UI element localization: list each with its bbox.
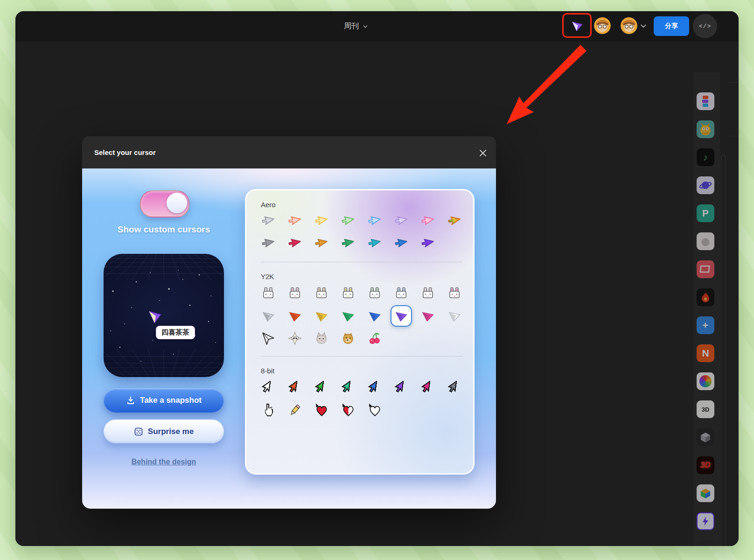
starfield-graphic — [104, 254, 224, 377]
scrollbar[interactable] — [721, 155, 726, 546]
cursor-option-plane-green[interactable] — [335, 305, 361, 327]
plugin-icon-list: ♪P+N3D3D — [697, 92, 716, 546]
cursor-option-pixel-green[interactable] — [308, 377, 335, 399]
p-plugin-icon[interactable]: P — [697, 204, 714, 222]
custom-cursors-toggle[interactable] — [140, 190, 189, 217]
cursor-option-bunny-palepink[interactable] — [414, 282, 441, 305]
cursor-option-heart-empty[interactable] — [361, 399, 388, 421]
cursor-option-plane-silver[interactable] — [255, 305, 281, 327]
download-icon — [126, 396, 135, 405]
cursor-option-bunny-pink[interactable] — [281, 282, 308, 305]
cursor-option-solid-gray[interactable] — [255, 233, 281, 255]
cursor-option-star-eyes[interactable] — [281, 327, 308, 350]
cursor-option-bunny-tan[interactable] — [308, 282, 335, 305]
cursor-option-solid-green[interactable] — [335, 233, 361, 255]
cube-plugin-icon[interactable] — [697, 428, 714, 446]
cursor-option-aero-gold[interactable] — [308, 210, 335, 233]
cursor-preview-card: 四喜茶茶 — [104, 254, 224, 377]
behind-the-design-link[interactable]: Behind the design — [132, 458, 196, 466]
shapes-plugin-icon[interactable] — [697, 92, 714, 110]
cursor-option-plane-blue[interactable] — [361, 305, 388, 327]
cursor-option-aero-rainbow[interactable] — [441, 210, 468, 233]
section-label-8-bit: 8-bit — [261, 367, 468, 375]
cursor-option-hand[interactable] — [255, 399, 281, 421]
planet-plugin-icon[interactable] — [697, 176, 714, 194]
cursor-option-bunny-green[interactable] — [361, 282, 388, 305]
avatar[interactable] — [594, 17, 611, 34]
threed-plugin-icon[interactable]: 3D — [697, 400, 714, 418]
chevron-down-icon — [363, 24, 368, 29]
dev-mode-button[interactable]: </> — [693, 14, 717, 38]
cursor-option-plane-pink[interactable] — [414, 305, 441, 327]
cursor-option-outline-arrow[interactable] — [255, 327, 281, 350]
cursor-option-bunny-blue[interactable] — [388, 282, 414, 305]
monster-plugin-icon[interactable] — [697, 120, 714, 138]
chevron-down-icon — [640, 22, 647, 30]
cursor-option-heart-half[interactable] — [335, 399, 361, 421]
file-title-menu[interactable]: 周刊 — [344, 11, 368, 42]
cursor-option-plane-purple[interactable] — [388, 305, 414, 327]
surprise-me-button[interactable]: Surprise me — [104, 420, 224, 443]
toolbar: 周刊 — [15, 11, 739, 42]
annotation-highlight-box — [562, 13, 592, 38]
cursor-option-aero-blue[interactable] — [361, 210, 388, 233]
share-button[interactable]: 分享 — [654, 16, 689, 36]
cursor-option-cherries[interactable] — [361, 327, 388, 350]
cursor-option-aero-lavender[interactable] — [388, 210, 414, 233]
desktop-background: 周刊 — [0, 0, 754, 560]
cursor-option-solid-crimson[interactable] — [281, 233, 308, 255]
cursor-sections: AeroY2K8-bit — [255, 190, 468, 421]
cursor-option-doge[interactable] — [335, 327, 361, 350]
toggle-label: Show custom cursors — [118, 224, 210, 235]
toggle-knob — [167, 193, 187, 213]
plus-plugin-icon[interactable]: + — [697, 316, 714, 334]
cursor-option-plane-yellow[interactable] — [308, 305, 335, 327]
cursor-option-pixel-mint[interactable] — [335, 377, 361, 399]
section-divider — [261, 356, 462, 357]
cursor-option-pencil[interactable] — [281, 399, 308, 421]
cursor-option-cat[interactable] — [308, 327, 335, 350]
section-label-aero: Aero — [261, 201, 468, 209]
cursor-option-pixel-purple[interactable] — [388, 377, 414, 399]
flame-plugin-icon[interactable] — [697, 288, 714, 306]
cursor-option-plane-orange[interactable] — [281, 305, 308, 327]
section-label-y2k: Y2K — [261, 273, 468, 280]
swirl-plugin-icon[interactable] — [697, 372, 714, 390]
cursor-option-bunny-magenta[interactable] — [441, 282, 468, 305]
panel-divider — [728, 136, 739, 136]
preview-cursor-icon — [147, 308, 163, 327]
take-snapshot-button[interactable]: Take a snapshot — [104, 388, 224, 413]
cursor-option-solid-blue[interactable] — [388, 233, 414, 255]
cursor-option-aero-silver[interactable] — [255, 210, 281, 233]
neon3d-plugin-icon[interactable]: 3D — [697, 456, 714, 474]
cursor-option-pixel-pink[interactable] — [414, 377, 441, 399]
cursor-option-solid-teal[interactable] — [361, 233, 388, 255]
cursor-option-aero-green[interactable] — [335, 210, 361, 233]
music-plugin-icon[interactable]: ♪ — [697, 148, 714, 166]
avatar-menu-chevron[interactable] — [640, 22, 647, 32]
file-title: 周刊 — [344, 21, 359, 31]
bolt-plugin-icon[interactable] — [697, 512, 714, 530]
cursor-option-bunny-white[interactable] — [255, 282, 281, 305]
partial-plugin-icon[interactable] — [697, 540, 714, 546]
cursor-row — [255, 305, 468, 327]
section-divider — [261, 262, 462, 262]
cursor-option-aero-pink[interactable] — [414, 210, 441, 233]
cursor-option-solid-purple[interactable] — [414, 233, 441, 255]
cursor-option-bunny-yellow[interactable] — [335, 282, 361, 305]
cursor-option-pixel-orange[interactable] — [281, 377, 308, 399]
cursor-option-plane-white[interactable] — [441, 305, 468, 327]
cursor-option-pixel-blue[interactable] — [361, 377, 388, 399]
avatar[interactable] — [621, 17, 637, 34]
cursor-option-aero-salmon[interactable] — [281, 210, 308, 233]
cursor-option-heart-full[interactable] — [308, 399, 335, 421]
blob-plugin-icon[interactable] — [697, 232, 714, 250]
cursor-option-pixel-white[interactable] — [255, 377, 281, 399]
close-icon[interactable] — [478, 148, 488, 158]
isocube-plugin-icon[interactable] — [697, 484, 714, 502]
n-plugin-icon[interactable]: N — [697, 344, 714, 362]
cursor-option-solid-orange[interactable] — [308, 233, 335, 255]
frame-plugin-icon[interactable] — [697, 260, 714, 278]
cursor-option-pixel-gray[interactable] — [441, 377, 468, 399]
cursor-row — [255, 282, 468, 305]
